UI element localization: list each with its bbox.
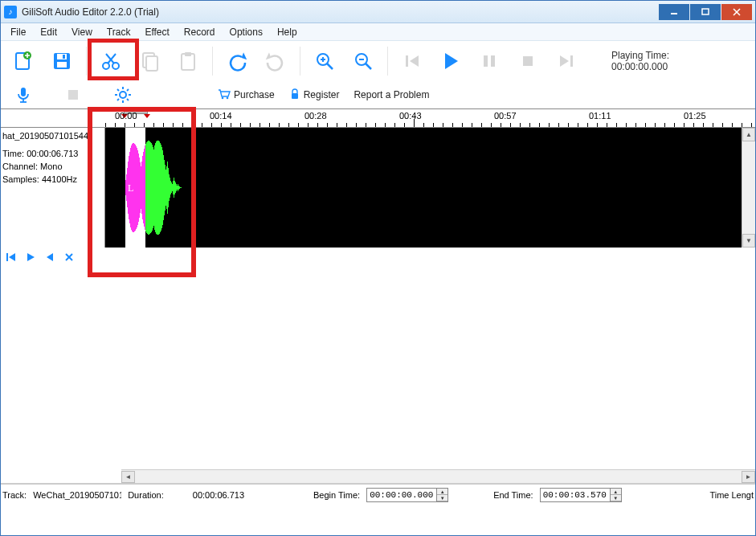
menu-effect[interactable]: Effect [138,25,175,39]
track-samples-value: 44100Hz [42,174,77,184]
mini-close-button[interactable] [60,250,78,264]
svg-rect-103 [171,182,172,193]
save-button[interactable] [44,43,80,79]
svg-rect-102 [170,181,171,194]
begin-spin-down[interactable]: ▼ [437,495,447,501]
svg-rect-28 [523,56,533,66]
window-close-button[interactable] [721,4,752,20]
timeline-ruler[interactable]: 00:00 00:14 00:28 00:43 00:57 01:11 01:2… [1,108,755,128]
svg-rect-90 [161,145,161,231]
svg-rect-33 [68,90,78,100]
svg-rect-72 [146,142,147,233]
track-info-panel: hat_20190507101544 Time: 00:00:06.713 Ch… [1,128,105,248]
scroll-down-button[interactable]: ▼ [742,234,755,248]
svg-rect-94 [164,160,165,215]
paste-button[interactable] [170,43,206,79]
svg-rect-97 [166,166,167,209]
svg-rect-71 [145,144,146,231]
svg-rect-80 [153,147,153,228]
svg-rect-30 [21,88,26,96]
svg-rect-96 [166,170,166,206]
register-link[interactable]: Register [289,88,340,102]
svg-line-13 [106,54,114,63]
window-title: GiliSoft Audio Editor 2.2.0 (Trial) [22,6,659,18]
svg-rect-95 [165,165,166,211]
svg-rect-77 [150,142,151,233]
stop-record-button[interactable] [55,88,91,102]
horizontal-scrollbar[interactable]: ◄ ► [121,469,755,483]
undo-button[interactable] [219,43,255,79]
begin-spin-up[interactable]: ▲ [437,489,447,495]
menu-help[interactable]: Help [271,25,304,39]
purchase-link[interactable]: Purchase [218,88,275,102]
scroll-left-button[interactable]: ◄ [121,471,135,483]
svg-rect-89 [160,143,161,232]
svg-rect-62 [138,153,139,222]
menubar: File Edit View Track Effect Record Optio… [1,23,755,41]
window-minimize-button[interactable] [659,4,689,20]
titlebar: ♪ GiliSoft Audio Editor 2.2.0 (Trial) [1,1,755,23]
waveform-canvas[interactable]: L [105,128,742,248]
menu-options[interactable]: Options [223,25,269,39]
zoom-in-button[interactable] [307,43,342,79]
end-spin-up[interactable]: ▲ [611,489,621,495]
skip-start-button[interactable] [394,43,430,79]
mini-skip-start-button[interactable] [2,250,20,264]
window-maximize-button[interactable] [690,4,721,20]
menu-record[interactable]: Record [178,25,222,39]
svg-rect-58 [135,145,136,231]
scroll-right-button[interactable]: ► [742,471,755,483]
play-button[interactable] [433,43,468,79]
pause-button[interactable] [472,43,507,79]
svg-rect-85 [157,141,157,235]
menu-view[interactable]: View [65,25,99,39]
skip-end-button[interactable] [549,43,584,79]
svg-rect-106 [174,178,174,198]
status-timelength-label: Time Lengt [709,490,754,500]
scroll-up-button[interactable]: ▲ [742,128,755,141]
record-mic-button[interactable] [6,86,41,104]
svg-rect-65 [141,166,141,209]
svg-rect-27 [491,55,495,67]
svg-point-34 [120,92,126,98]
svg-rect-112 [178,186,179,190]
status-begin-label: Begin Time: [313,490,360,500]
svg-rect-29 [570,55,573,67]
svg-rect-82 [154,145,155,230]
svg-rect-113 [179,186,180,189]
redo-button[interactable] [258,43,293,79]
copy-button[interactable] [132,43,167,79]
begin-time-input[interactable]: ▲▼ [366,488,448,502]
lock-icon [289,88,300,102]
menu-track[interactable]: Track [100,25,137,39]
cut-button[interactable] [93,43,129,79]
track-area: hat_20190507101544 Time: 00:00:06.713 Ch… [1,128,755,248]
end-time-input[interactable]: ▲▼ [540,488,622,502]
empty-track-area [1,267,755,469]
svg-rect-114 [180,187,181,188]
mini-play-button[interactable] [22,250,39,264]
zoom-out-button[interactable] [345,43,381,79]
vertical-scrollbar[interactable]: ▲ ▼ [742,128,755,248]
stop-button[interactable] [510,43,546,79]
svg-rect-98 [167,162,168,214]
svg-rect-86 [157,141,158,235]
cart-icon [218,88,231,102]
svg-rect-75 [149,141,149,235]
mini-rewind-button[interactable] [41,250,59,264]
end-time-field[interactable] [541,490,610,500]
menu-edit[interactable]: Edit [34,25,63,39]
svg-rect-101 [170,178,170,198]
menu-file[interactable]: File [4,25,32,39]
status-track-value: WeChat_20190507101 [33,490,121,500]
end-spin-down[interactable]: ▼ [611,495,621,501]
new-file-button[interactable] [6,43,41,79]
svg-rect-7 [57,54,67,59]
svg-rect-105 [173,181,174,194]
svg-rect-59 [136,146,137,229]
settings-button[interactable] [105,86,141,104]
svg-rect-93 [163,155,164,220]
begin-time-field[interactable] [367,490,436,500]
svg-rect-104 [172,184,173,191]
report-problem-link[interactable]: Report a Problem [353,89,429,100]
